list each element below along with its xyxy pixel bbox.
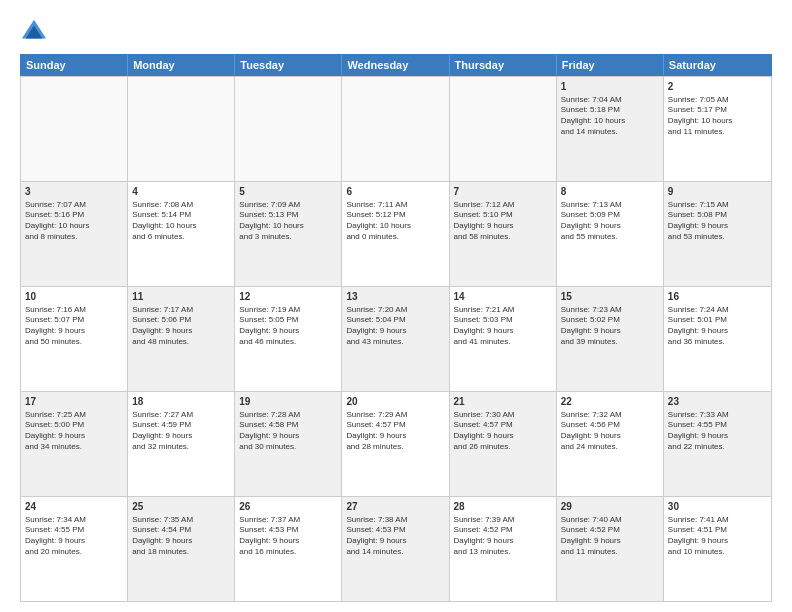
cell-info: Sunrise: 7:27 AM Sunset: 4:59 PM Dayligh… [132,410,230,453]
calendar-cell-1: 1Sunrise: 7:04 AM Sunset: 5:18 PM Daylig… [557,77,664,181]
day-number: 2 [668,80,767,94]
calendar-cell-18: 18Sunrise: 7:27 AM Sunset: 4:59 PM Dayli… [128,392,235,496]
day-number: 5 [239,185,337,199]
cell-info: Sunrise: 7:37 AM Sunset: 4:53 PM Dayligh… [239,515,337,558]
day-number: 10 [25,290,123,304]
calendar-cell-3: 3Sunrise: 7:07 AM Sunset: 5:16 PM Daylig… [21,182,128,286]
day-number: 13 [346,290,444,304]
cell-info: Sunrise: 7:35 AM Sunset: 4:54 PM Dayligh… [132,515,230,558]
calendar-cell-13: 13Sunrise: 7:20 AM Sunset: 5:04 PM Dayli… [342,287,449,391]
cell-info: Sunrise: 7:28 AM Sunset: 4:58 PM Dayligh… [239,410,337,453]
day-number: 15 [561,290,659,304]
calendar-cell-12: 12Sunrise: 7:19 AM Sunset: 5:05 PM Dayli… [235,287,342,391]
day-number: 22 [561,395,659,409]
calendar-cell-14: 14Sunrise: 7:21 AM Sunset: 5:03 PM Dayli… [450,287,557,391]
calendar-cell-empty-0-4 [450,77,557,181]
day-number: 7 [454,185,552,199]
cell-info: Sunrise: 7:25 AM Sunset: 5:00 PM Dayligh… [25,410,123,453]
cell-info: Sunrise: 7:05 AM Sunset: 5:17 PM Dayligh… [668,95,767,138]
cell-info: Sunrise: 7:15 AM Sunset: 5:08 PM Dayligh… [668,200,767,243]
calendar-cell-29: 29Sunrise: 7:40 AM Sunset: 4:52 PM Dayli… [557,497,664,601]
cell-info: Sunrise: 7:29 AM Sunset: 4:57 PM Dayligh… [346,410,444,453]
cell-info: Sunrise: 7:19 AM Sunset: 5:05 PM Dayligh… [239,305,337,348]
weekday-header-friday: Friday [557,55,664,75]
cell-info: Sunrise: 7:38 AM Sunset: 4:53 PM Dayligh… [346,515,444,558]
calendar-cell-15: 15Sunrise: 7:23 AM Sunset: 5:02 PM Dayli… [557,287,664,391]
calendar-cell-2: 2Sunrise: 7:05 AM Sunset: 5:17 PM Daylig… [664,77,771,181]
cell-info: Sunrise: 7:33 AM Sunset: 4:55 PM Dayligh… [668,410,767,453]
day-number: 6 [346,185,444,199]
calendar-row-4: 17Sunrise: 7:25 AM Sunset: 5:00 PM Dayli… [21,391,771,496]
calendar-cell-empty-0-3 [342,77,449,181]
day-number: 1 [561,80,659,94]
day-number: 24 [25,500,123,514]
weekday-header-monday: Monday [128,55,235,75]
day-number: 30 [668,500,767,514]
calendar-cell-empty-0-2 [235,77,342,181]
cell-info: Sunrise: 7:21 AM Sunset: 5:03 PM Dayligh… [454,305,552,348]
cell-info: Sunrise: 7:11 AM Sunset: 5:12 PM Dayligh… [346,200,444,243]
calendar: SundayMondayTuesdayWednesdayThursdayFrid… [20,54,772,602]
calendar-cell-25: 25Sunrise: 7:35 AM Sunset: 4:54 PM Dayli… [128,497,235,601]
cell-info: Sunrise: 7:20 AM Sunset: 5:04 PM Dayligh… [346,305,444,348]
day-number: 16 [668,290,767,304]
calendar-cell-19: 19Sunrise: 7:28 AM Sunset: 4:58 PM Dayli… [235,392,342,496]
cell-info: Sunrise: 7:17 AM Sunset: 5:06 PM Dayligh… [132,305,230,348]
cell-info: Sunrise: 7:39 AM Sunset: 4:52 PM Dayligh… [454,515,552,558]
weekday-header-sunday: Sunday [21,55,128,75]
cell-info: Sunrise: 7:32 AM Sunset: 4:56 PM Dayligh… [561,410,659,453]
weekday-header-saturday: Saturday [664,55,771,75]
cell-info: Sunrise: 7:09 AM Sunset: 5:13 PM Dayligh… [239,200,337,243]
cell-info: Sunrise: 7:30 AM Sunset: 4:57 PM Dayligh… [454,410,552,453]
day-number: 26 [239,500,337,514]
day-number: 21 [454,395,552,409]
calendar-header: SundayMondayTuesdayWednesdayThursdayFrid… [20,54,772,76]
calendar-row-2: 3Sunrise: 7:07 AM Sunset: 5:16 PM Daylig… [21,181,771,286]
calendar-cell-8: 8Sunrise: 7:13 AM Sunset: 5:09 PM Daylig… [557,182,664,286]
day-number: 29 [561,500,659,514]
calendar-cell-7: 7Sunrise: 7:12 AM Sunset: 5:10 PM Daylig… [450,182,557,286]
cell-info: Sunrise: 7:04 AM Sunset: 5:18 PM Dayligh… [561,95,659,138]
calendar-cell-16: 16Sunrise: 7:24 AM Sunset: 5:01 PM Dayli… [664,287,771,391]
calendar-cell-28: 28Sunrise: 7:39 AM Sunset: 4:52 PM Dayli… [450,497,557,601]
calendar-cell-4: 4Sunrise: 7:08 AM Sunset: 5:14 PM Daylig… [128,182,235,286]
cell-info: Sunrise: 7:12 AM Sunset: 5:10 PM Dayligh… [454,200,552,243]
calendar-cell-20: 20Sunrise: 7:29 AM Sunset: 4:57 PM Dayli… [342,392,449,496]
day-number: 23 [668,395,767,409]
day-number: 9 [668,185,767,199]
cell-info: Sunrise: 7:16 AM Sunset: 5:07 PM Dayligh… [25,305,123,348]
calendar-cell-26: 26Sunrise: 7:37 AM Sunset: 4:53 PM Dayli… [235,497,342,601]
calendar-cell-empty-0-0 [21,77,128,181]
day-number: 18 [132,395,230,409]
cell-info: Sunrise: 7:34 AM Sunset: 4:55 PM Dayligh… [25,515,123,558]
page: SundayMondayTuesdayWednesdayThursdayFrid… [0,0,792,612]
calendar-cell-23: 23Sunrise: 7:33 AM Sunset: 4:55 PM Dayli… [664,392,771,496]
calendar-cell-5: 5Sunrise: 7:09 AM Sunset: 5:13 PM Daylig… [235,182,342,286]
calendar-cell-27: 27Sunrise: 7:38 AM Sunset: 4:53 PM Dayli… [342,497,449,601]
day-number: 8 [561,185,659,199]
calendar-cell-24: 24Sunrise: 7:34 AM Sunset: 4:55 PM Dayli… [21,497,128,601]
calendar-row-1: 1Sunrise: 7:04 AM Sunset: 5:18 PM Daylig… [21,76,771,181]
weekday-header-tuesday: Tuesday [235,55,342,75]
calendar-cell-6: 6Sunrise: 7:11 AM Sunset: 5:12 PM Daylig… [342,182,449,286]
header [20,18,772,46]
day-number: 12 [239,290,337,304]
calendar-cell-11: 11Sunrise: 7:17 AM Sunset: 5:06 PM Dayli… [128,287,235,391]
day-number: 20 [346,395,444,409]
logo [20,18,52,46]
day-number: 17 [25,395,123,409]
weekday-header-wednesday: Wednesday [342,55,449,75]
calendar-row-5: 24Sunrise: 7:34 AM Sunset: 4:55 PM Dayli… [21,496,771,601]
cell-info: Sunrise: 7:40 AM Sunset: 4:52 PM Dayligh… [561,515,659,558]
day-number: 27 [346,500,444,514]
calendar-row-3: 10Sunrise: 7:16 AM Sunset: 5:07 PM Dayli… [21,286,771,391]
calendar-cell-10: 10Sunrise: 7:16 AM Sunset: 5:07 PM Dayli… [21,287,128,391]
logo-icon [20,18,48,46]
cell-info: Sunrise: 7:24 AM Sunset: 5:01 PM Dayligh… [668,305,767,348]
cell-info: Sunrise: 7:07 AM Sunset: 5:16 PM Dayligh… [25,200,123,243]
day-number: 14 [454,290,552,304]
day-number: 28 [454,500,552,514]
day-number: 3 [25,185,123,199]
cell-info: Sunrise: 7:13 AM Sunset: 5:09 PM Dayligh… [561,200,659,243]
calendar-body: 1Sunrise: 7:04 AM Sunset: 5:18 PM Daylig… [20,76,772,602]
